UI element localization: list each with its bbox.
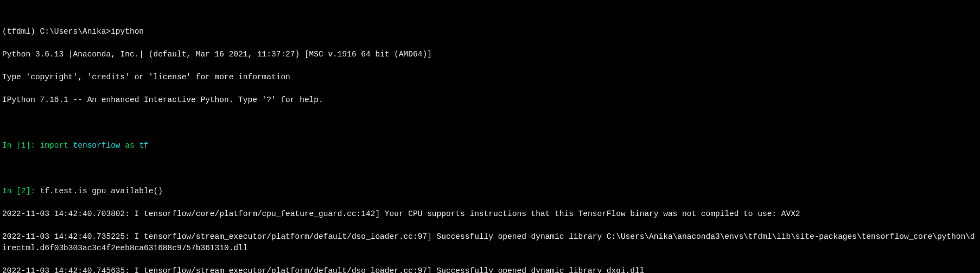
kw-as: as — [125, 141, 134, 150]
mod-tensorflow: tensorflow — [73, 141, 120, 150]
blank-line-1 — [2, 117, 978, 129]
shell-prompt: (tfdml) C:\Users\Anika> — [2, 27, 111, 36]
in-1-line: In [1]: import tensorflow as tf — [2, 140, 978, 151]
shell-command: ipython — [111, 27, 144, 36]
in-1-prompt: In [1]: — [2, 141, 40, 150]
python-banner-1: Python 3.6.13 |Anaconda, Inc.| (default,… — [2, 49, 978, 60]
log-line-2: 2022-11-03 14:42:40.745635: I tensorflow… — [2, 265, 978, 273]
shell-prompt-line: (tfdml) C:\Users\Anika>ipython — [2, 26, 978, 37]
terminal[interactable]: (tfdml) C:\Users\Anika>ipython Python 3.… — [0, 0, 980, 273]
python-banner-3: IPython 7.16.1 -- An enhanced Interactiv… — [2, 94, 978, 106]
blank-line-2 — [2, 163, 978, 174]
in-2-code: tf.test.is_gpu_available() — [40, 187, 163, 195]
log-line-0: 2022-11-03 14:42:40.703802: I tensorflow… — [2, 208, 978, 220]
in-2-prompt: In [2]: — [2, 187, 40, 195]
python-banner-2: Type 'copyright', 'credits' or 'license'… — [2, 72, 978, 83]
kw-import: import — [40, 141, 68, 150]
in-2-line: In [2]: tf.test.is_gpu_available() — [2, 186, 978, 197]
log-line-1: 2022-11-03 14:42:40.735225: I tensorflow… — [2, 231, 978, 254]
alias-tf: tf — [139, 141, 148, 150]
